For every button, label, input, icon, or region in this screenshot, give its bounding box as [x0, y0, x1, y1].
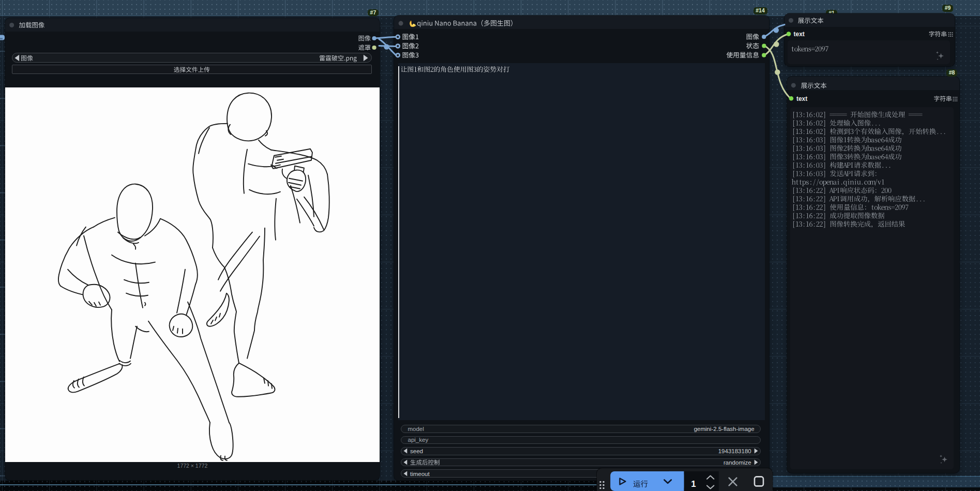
svg-text:randomize: randomize	[723, 459, 751, 466]
svg-text:text: text	[794, 31, 805, 38]
svg-text:text: text	[796, 95, 807, 102]
svg-text:api_key: api_key	[408, 437, 429, 443]
svg-text:seed: seed	[410, 448, 423, 454]
svg-text:1943183180: 1943183180	[718, 448, 751, 454]
svg-text:timeout: timeout	[410, 471, 430, 477]
svg-text:gemini-2.5-flash-image: gemini-2.5-flash-image	[694, 426, 755, 432]
svg-text:1772 × 1772: 1772 × 1772	[177, 463, 208, 469]
svg-text:1: 1	[691, 479, 696, 489]
svg-text:model: model	[408, 426, 424, 432]
